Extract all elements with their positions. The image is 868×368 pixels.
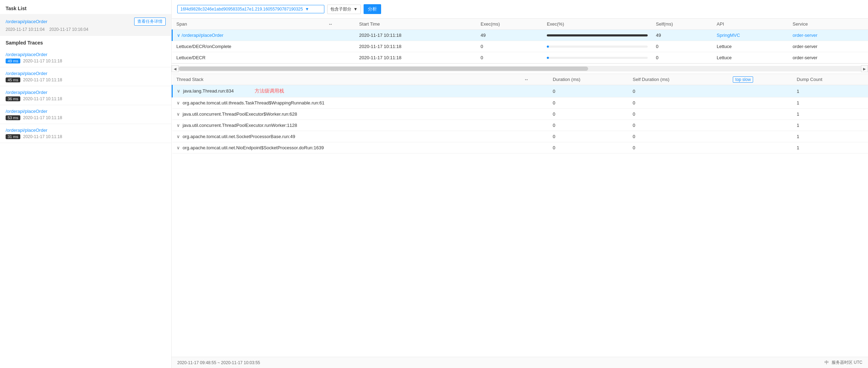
thread-self-duration: 0 <box>628 109 729 120</box>
thread-duration: 0 <box>549 142 628 154</box>
trace-item-title: /orderapi/placeOrder <box>6 52 166 57</box>
footer-middle: 中 <box>825 360 829 366</box>
span-exec-ms: 0 <box>476 41 543 52</box>
span-service: order-server <box>788 41 868 52</box>
thread-self-duration: 0 <box>628 97 729 109</box>
filter-select[interactable]: 包含子部分 ▼ <box>327 5 361 14</box>
thread-duration: 0 <box>549 97 628 109</box>
thread-top-slow-cell <box>729 109 792 120</box>
thread-name: org.apache.tomcat.util.net.SocketProcess… <box>182 134 295 139</box>
span-api: Lettuce <box>712 52 788 63</box>
col-api: API <box>712 19 788 30</box>
thread-name-cell: ∨ java.util.concurrent.ThreadPoolExecuto… <box>172 120 520 131</box>
thread-expand-icon[interactable]: ∨ <box>177 100 181 105</box>
trace-time: 2020-11-17 10:11:18 <box>23 134 62 139</box>
span-sort-cell <box>324 52 355 63</box>
col-start-time: Start Time <box>355 19 476 30</box>
thread-name-cell: ∨ java.lang.Thread.run:834方法级调用栈 <box>172 85 520 97</box>
trace-item[interactable]: /orderapi/placeOrder 36 ms 2020-11-17 10… <box>0 86 171 105</box>
thread-stack-container: Thread Stack ↔ Duration (ms) Self Durati… <box>172 74 868 357</box>
col-service: Service <box>788 19 868 30</box>
thread-expand-icon[interactable]: ∨ <box>177 88 182 94</box>
task-item-title: /orderapi/placeOrder <box>6 19 47 24</box>
span-table: Span ↔ Start Time Exec(ms) Exec(%) Self(… <box>172 19 868 63</box>
thread-dump-count: 1 <box>793 97 868 109</box>
trace-item[interactable]: /orderapi/placeOrder 53 ms 2020-11-17 10… <box>0 105 171 124</box>
footer-timezone: 服务器时区 UTC <box>832 360 862 366</box>
trace-badge: 36 ms <box>6 96 20 101</box>
col-dump-count: Dump Count <box>793 74 868 85</box>
col-self-ms: Self(ms) <box>652 19 712 30</box>
method-label: 方法级调用栈 <box>255 88 284 94</box>
task-list-header: Task List <box>0 0 171 14</box>
scrollbar-track[interactable] <box>179 66 861 71</box>
span-table-container: Span ↔ Start Time Exec(ms) Exec(%) Self(… <box>172 19 868 64</box>
trace-item[interactable]: /orderapi/placeOrder 45 ms 2020-11-17 10… <box>0 67 171 86</box>
trace-time: 2020-11-17 10:11:18 <box>23 77 62 82</box>
thread-name: java.lang.Thread.run:834 <box>183 88 234 94</box>
trace-badge: 31 ms <box>6 134 20 139</box>
col-thread-sort[interactable]: ↔ <box>520 74 549 85</box>
top-slow-badge[interactable]: top slow <box>733 76 753 83</box>
thread-sort-cell <box>520 120 549 131</box>
analyze-button[interactable]: 分析 <box>364 4 381 14</box>
trace-list: /orderapi/placeOrder 49 ms 2020-11-17 10… <box>0 48 171 368</box>
thread-expand-icon[interactable]: ∨ <box>177 123 181 128</box>
thread-name-cell: ∨ org.apache.tomcat.util.threads.TaskThr… <box>172 97 520 109</box>
thread-name: org.apache.tomcat.util.net.NioEndpoint$S… <box>182 145 324 150</box>
col-duration: Duration (ms) <box>549 74 628 85</box>
trace-badge: 53 ms <box>6 115 20 120</box>
col-thread-stack: Thread Stack <box>172 74 520 85</box>
span-name-link[interactable]: ∨ /orderapi/placeOrder <box>177 33 223 38</box>
scrollbar-thumb <box>179 67 588 71</box>
filter-label: 包含子部分 <box>330 6 351 12</box>
span-service: order-server <box>788 52 868 63</box>
span-self-ms: 49 <box>652 30 712 41</box>
thread-expand-icon[interactable]: ∨ <box>177 134 181 139</box>
span-name-cell: ∨ /orderapi/placeOrder <box>172 30 324 41</box>
col-top-slow[interactable]: top slow <box>729 74 792 85</box>
thread-name: org.apache.tomcat.util.threads.TaskThrea… <box>182 100 324 105</box>
trace-item[interactable]: /orderapi/placeOrder 31 ms 2020-11-17 10… <box>0 124 171 143</box>
right-toolbar: 16f4d9828c3246e1abd90958335a17e1.219.160… <box>172 0 868 19</box>
filter-arrow-icon: ▼ <box>353 7 358 12</box>
thread-name: java.util.concurrent.ThreadPoolExecutor.… <box>182 123 297 128</box>
task-item-meta: 2020-11-17 10:11:04 2020-11-17 10:16:04 <box>6 27 166 32</box>
trace-item-title: /orderapi/placeOrder <box>6 109 166 114</box>
col-sort[interactable]: ↔ <box>324 19 355 30</box>
trace-item-title: /orderapi/placeOrder <box>6 128 166 133</box>
col-span: Span <box>172 19 324 30</box>
scroll-right-button[interactable]: ▶ <box>861 65 868 72</box>
scroll-left-button[interactable]: ◀ <box>172 65 179 72</box>
trace-item-meta: 36 ms 2020-11-17 10:11:18 <box>6 96 166 101</box>
sampled-traces-header: Sampled Traces <box>0 36 171 48</box>
trace-item-meta: 45 ms 2020-11-17 10:11:18 <box>6 77 166 82</box>
thread-top-slow-cell <box>729 131 792 142</box>
thread-self-duration: 0 <box>628 85 729 97</box>
span-api: Lettuce <box>712 41 788 52</box>
span-scrollbar[interactable]: ◀ ▶ <box>172 64 868 74</box>
trace-time: 2020-11-17 10:11:18 <box>23 59 62 63</box>
thread-sort-cell <box>520 85 549 97</box>
span-start-time: 2020-11-17 10:11:18 <box>355 41 476 52</box>
thread-duration: 0 <box>549 120 628 131</box>
thread-duration: 0 <box>549 131 628 142</box>
thread-expand-icon[interactable]: ∨ <box>177 111 181 117</box>
span-name-cell: Lettuce/DECR <box>172 52 324 63</box>
trace-item-meta: 31 ms 2020-11-17 10:11:18 <box>6 134 166 139</box>
trace-badge: 49 ms <box>6 59 20 63</box>
span-exec-percent <box>543 52 652 63</box>
thread-sort-cell <box>520 142 549 154</box>
right-panel: 16f4d9828c3246e1abd90958335a17e1.219.160… <box>172 0 868 368</box>
thread-sort-cell <box>520 109 549 120</box>
thread-top-slow-cell <box>729 142 792 154</box>
span-service: order-server <box>788 30 868 41</box>
thread-dump-count: 1 <box>793 131 868 142</box>
thread-expand-icon[interactable]: ∨ <box>177 145 181 150</box>
view-detail-button[interactable]: 查看任务详情 <box>134 18 166 26</box>
trace-item[interactable]: /orderapi/placeOrder 49 ms 2020-11-17 10… <box>0 48 171 67</box>
thread-sort-cell <box>520 97 549 109</box>
span-name: Lettuce/DECR <box>177 55 206 60</box>
trace-id-select[interactable]: 16f4d9828c3246e1abd90958335a17e1.219.160… <box>177 5 324 13</box>
span-self-ms: 0 <box>652 41 712 52</box>
